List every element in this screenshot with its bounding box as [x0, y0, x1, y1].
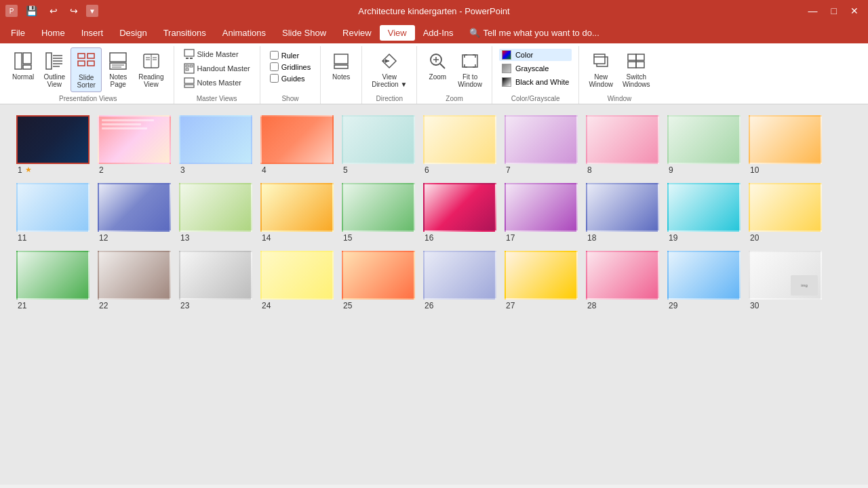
slide-item-20[interactable]: 20 [749, 183, 822, 243]
slide-item-16[interactable]: 16 [423, 183, 496, 243]
slide-item-23[interactable]: 23 [179, 251, 252, 310]
slide-item-22[interactable]: 22 [98, 251, 171, 310]
slide-item-17[interactable]: 17 [505, 183, 578, 243]
menu-insert[interactable]: Insert [73, 25, 112, 41]
normal-view-button[interactable]: Normal [8, 47, 38, 83]
new-window-button[interactable]: NewWindow [585, 47, 617, 91]
slide-thumb-25[interactable] [342, 251, 415, 300]
menu-addins[interactable]: Add-Ins [415, 25, 462, 41]
slide-thumb-16[interactable] [423, 183, 496, 232]
color-option-color[interactable]: Color [499, 49, 572, 61]
menu-file[interactable]: File [3, 25, 33, 41]
slide-item-24[interactable]: 24 [260, 251, 334, 310]
menu-view[interactable]: View [380, 25, 415, 41]
slide-thumb-6[interactable] [423, 115, 496, 164]
ruler-checkbox[interactable] [270, 51, 279, 60]
ruler-checkbox-row[interactable]: Ruler [269, 50, 312, 60]
slide-item-7[interactable]: 7 [505, 115, 578, 175]
slide-thumb-3[interactable] [179, 115, 252, 164]
guides-checkbox-row[interactable]: Guides [269, 73, 312, 83]
menu-slideshow[interactable]: Slide Show [274, 25, 334, 41]
slide-thumb-4[interactable] [260, 115, 334, 164]
slide-item-13[interactable]: 13 [179, 183, 252, 243]
slide-thumb-11[interactable] [16, 183, 90, 232]
slide-thumb-19[interactable] [667, 183, 741, 232]
notes-master-button[interactable]: Notes Master [180, 76, 254, 89]
slide-thumb-10[interactable] [749, 115, 822, 164]
slide-thumb-20[interactable] [749, 183, 822, 232]
guides-checkbox[interactable] [270, 74, 279, 83]
slide-thumb-30[interactable]: img [749, 251, 822, 300]
slide-item-12[interactable]: 12 [98, 183, 171, 243]
slide-thumb-29[interactable] [667, 251, 741, 300]
slide-thumb-2[interactable] [98, 115, 171, 164]
slide-sorter-button[interactable]: SlideSorter [71, 47, 102, 92]
slide-thumb-22[interactable] [98, 251, 171, 300]
slide-thumb-23[interactable] [179, 251, 252, 300]
slide-item-6[interactable]: 6 [423, 115, 496, 175]
slide-thumb-13[interactable] [179, 183, 252, 232]
zoom-button[interactable]: Zoom [422, 47, 452, 83]
slide-item-2[interactable]: 2 [98, 115, 171, 175]
handout-master-button[interactable]: Handout Master [180, 62, 254, 75]
slide-item-18[interactable]: 18 [586, 183, 659, 243]
slide-thumb-21[interactable] [16, 251, 90, 300]
slide-thumb-17[interactable] [505, 183, 578, 232]
slide-item-28[interactable]: 28 [586, 251, 659, 310]
slide-item-9[interactable]: 9 [667, 115, 741, 175]
minimize-button[interactable]: — [804, 4, 822, 18]
notes-page-button[interactable]: NotesPage [103, 47, 133, 91]
slide-thumb-18[interactable] [586, 183, 659, 232]
menu-design[interactable]: Design [111, 25, 155, 41]
menu-home[interactable]: Home [33, 25, 73, 41]
fit-window-button[interactable]: Fit toWindow [454, 47, 486, 91]
menu-animations[interactable]: Animations [214, 25, 274, 41]
customize-icon[interactable]: ▼ [86, 5, 98, 17]
slide-thumb-12[interactable] [98, 183, 171, 232]
slide-item-8[interactable]: 8 [586, 115, 659, 175]
close-button[interactable]: ✕ [846, 4, 863, 18]
color-option-grayscale[interactable]: Grayscale [499, 62, 572, 75]
slide-item-15[interactable]: 15 [342, 183, 415, 243]
slide-item-3[interactable]: 3 [179, 115, 252, 175]
slide-item-14[interactable]: 14 [260, 183, 334, 243]
slide-item-5[interactable]: 5 [342, 115, 415, 175]
slide-thumb-9[interactable] [667, 115, 741, 164]
slide-thumb-24[interactable] [260, 251, 334, 300]
slide-item-26[interactable]: 26 [423, 251, 496, 310]
slide-item-19[interactable]: 19 [667, 183, 741, 243]
undo-button[interactable]: ↩ [45, 4, 62, 18]
slide-thumb-8[interactable] [586, 115, 659, 164]
slide-item-10[interactable]: 10 [749, 115, 822, 175]
slide-thumb-7[interactable] [505, 115, 578, 164]
gridlines-checkbox-row[interactable]: Gridlines [269, 62, 312, 72]
slide-thumb-5[interactable] [342, 115, 415, 164]
maximize-button[interactable]: □ [827, 4, 841, 18]
gridlines-checkbox[interactable] [270, 62, 279, 71]
slide-thumb-14[interactable] [260, 183, 334, 232]
redo-button[interactable]: ↪ [66, 4, 82, 18]
slide-item-25[interactable]: 25 [342, 251, 415, 310]
slide-thumb-27[interactable] [505, 251, 578, 300]
menu-search[interactable]: 🔍 Tell me what you want to do... [461, 25, 607, 41]
slide-item-27[interactable]: 27 [505, 251, 578, 310]
menu-transitions[interactable]: Transitions [155, 25, 214, 41]
view-direction-button[interactable]: ViewDirection ▼ [368, 47, 411, 91]
slide-item-29[interactable]: 29 [667, 251, 741, 310]
slide-item-21[interactable]: 21 [16, 251, 90, 310]
slide-thumb-1[interactable] [16, 115, 90, 164]
slide-item-1[interactable]: 1 ★ [16, 115, 90, 175]
slide-master-button[interactable]: Slide Master [180, 47, 254, 61]
slide-thumb-15[interactable] [342, 183, 415, 232]
menu-review[interactable]: Review [334, 25, 380, 41]
slide-item-4[interactable]: 4 [260, 115, 334, 175]
save-button[interactable]: 💾 [22, 4, 41, 18]
color-option-bw[interactable]: Black and White [499, 76, 572, 88]
switch-windows-button[interactable]: SwitchWindows [618, 47, 654, 91]
slide-thumb-26[interactable] [423, 251, 496, 300]
notes-button[interactable]: Notes [326, 47, 356, 83]
slide-item-30[interactable]: img 30 [749, 251, 822, 310]
slide-item-11[interactable]: 11 [16, 183, 90, 243]
reading-view-button[interactable]: ReadingView [134, 47, 167, 91]
slide-thumb-28[interactable] [586, 251, 659, 300]
